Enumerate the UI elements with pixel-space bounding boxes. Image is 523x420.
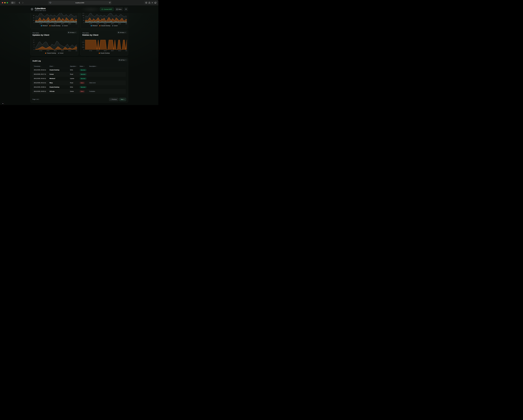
chart-card-top-left: 020406007:5207:5708:0208:0708:1208:17 Wi… xyxy=(30,13,78,29)
svg-text:08:17: 08:17 xyxy=(76,23,77,24)
docs-button[interactable]: Docs xyxy=(115,7,123,11)
chevron-down-icon xyxy=(125,60,126,60)
docs-label: Docs xyxy=(118,8,122,10)
svg-text:8: 8 xyxy=(34,44,34,45)
audit-table-body: 26/12/2025, 08:18:11Claude DesktopWriteS… xyxy=(32,68,126,94)
status-badge: Success xyxy=(80,73,87,75)
column-label: Description xyxy=(89,65,96,67)
back-button[interactable] xyxy=(18,1,21,4)
svg-text:07:52: 07:52 xyxy=(40,50,42,51)
chart-top-left: 020406007:5207:5708:0208:0708:1208:17 xyxy=(31,13,77,24)
column-header-timestamp[interactable]: Timestamp↓ xyxy=(34,65,49,67)
cell-timestamp: 26/12/2025, 08:08:11 xyxy=(34,86,49,88)
next-page-button[interactable]: Next › xyxy=(119,98,126,101)
browser-window: localhost:3000 xyxy=(0,0,158,105)
svg-text:08:12: 08:12 xyxy=(118,23,121,24)
column-label: Timestamp xyxy=(34,65,40,67)
toolbar-right-cluster xyxy=(144,1,158,5)
svg-text:07:52: 07:52 xyxy=(89,50,92,51)
column-header-description[interactable]: Description⇅ xyxy=(89,65,126,67)
nextjs-dev-badge[interactable]: N xyxy=(1,102,4,105)
svg-text:105: 105 xyxy=(82,15,84,16)
connect-mcp-button[interactable]: Connect MCP xyxy=(100,7,114,11)
svg-text:07:52: 07:52 xyxy=(89,23,92,24)
app-subtitle: Memory MCP Server xyxy=(35,10,46,11)
range-label: 24 Hours xyxy=(70,32,74,33)
cell-operation: Read xyxy=(70,73,80,75)
svg-text:0.5: 0.5 xyxy=(83,44,84,45)
svg-text:08:07: 08:07 xyxy=(111,50,114,51)
settings-button[interactable]: ⚙ xyxy=(124,7,128,11)
legend-claude-desktop: Claude Desktop xyxy=(45,52,56,54)
svg-text:12: 12 xyxy=(33,42,34,43)
panel-kicker: Time Series xyxy=(33,32,39,34)
chart-legend: WindsurfClaude DesktopCursor xyxy=(81,25,128,26)
audit-range-dropdown[interactable]: All Time xyxy=(118,59,127,61)
svg-text:0: 0 xyxy=(84,49,84,50)
svg-text:08:02: 08:02 xyxy=(54,50,57,51)
zoom-window-button[interactable] xyxy=(7,2,8,3)
svg-text:0.25: 0.25 xyxy=(82,47,84,48)
calendar-icon xyxy=(118,32,119,33)
tab-overview-icon[interactable] xyxy=(155,2,156,4)
downloads-icon[interactable] xyxy=(145,2,147,4)
svg-text:08:17: 08:17 xyxy=(125,23,127,24)
svg-text:08:07: 08:07 xyxy=(61,23,64,24)
chevron-right-icon: › xyxy=(124,99,125,100)
updates-range-dropdown[interactable]: 24 Hours xyxy=(67,31,77,34)
svg-text:70: 70 xyxy=(83,17,84,18)
legend-dot-icon xyxy=(99,25,100,26)
audit-table-header: Timestamp↓Client⇅Operation⇅Status⇅Descri… xyxy=(32,65,126,68)
forward-button[interactable] xyxy=(21,1,24,4)
book-icon xyxy=(116,8,118,10)
legend-claude-desktop: Claude Desktop xyxy=(49,25,60,26)
svg-text:40: 40 xyxy=(33,17,34,18)
svg-text:08:12: 08:12 xyxy=(68,50,71,51)
share-icon[interactable] xyxy=(148,2,150,4)
cell-client: Cursor xyxy=(49,73,70,75)
svg-text:0: 0 xyxy=(34,22,34,23)
previous-page-button[interactable]: ‹ Previous xyxy=(109,98,118,101)
cell-operation: Write xyxy=(70,86,80,88)
chevron-down-icon xyxy=(125,32,126,33)
legend-dot-icon xyxy=(45,53,46,54)
sort-icon: ⇅ xyxy=(53,66,54,67)
cell-client: Warp xyxy=(49,82,70,84)
cell-timestamp: 26/12/2025, 08:16:11 xyxy=(34,78,49,79)
svg-text:20: 20 xyxy=(33,20,34,21)
sidebar-toggle-button[interactable] xyxy=(10,1,16,4)
svg-text:08:02: 08:02 xyxy=(104,23,106,24)
svg-text:07:57: 07:57 xyxy=(97,50,99,51)
svg-text:08:17: 08:17 xyxy=(125,50,127,51)
cell-operation: Update xyxy=(70,78,80,79)
column-header-operation[interactable]: Operation⇅ xyxy=(70,65,80,67)
audit-log-card: Audit Log All Time Timestamp↓Client⇅Oper… xyxy=(30,57,128,103)
status-badge: Error xyxy=(80,90,85,92)
cell-status: Error xyxy=(80,90,89,92)
cell-description: Client error xyxy=(89,82,126,84)
cell-client: Claude Desktop xyxy=(49,69,70,71)
chart-updates: 048121607:5207:5708:0208:0708:1208:17 xyxy=(31,40,77,52)
cell-status: Success xyxy=(80,73,89,75)
svg-text:60: 60 xyxy=(33,15,34,16)
calendar-icon xyxy=(68,32,69,33)
close-window-button[interactable] xyxy=(2,2,3,3)
reload-icon[interactable] xyxy=(109,2,111,3)
column-header-client[interactable]: Client⇅ xyxy=(49,65,70,67)
legend-windsurf: Windsurf xyxy=(41,25,48,26)
audit-table-row: 26/12/2025, 08:16:11WindsurfUpdateSucces… xyxy=(32,76,126,81)
svg-text:0.75: 0.75 xyxy=(82,42,84,43)
new-tab-icon[interactable] xyxy=(151,2,153,4)
svg-text:4: 4 xyxy=(34,47,34,48)
svg-text:07:52: 07:52 xyxy=(40,23,42,24)
deletes-range-dropdown[interactable]: 24 Hours xyxy=(117,31,127,34)
column-header-status[interactable]: Status⇅ xyxy=(80,65,89,67)
svg-text:0: 0 xyxy=(84,22,84,23)
minimize-window-button[interactable] xyxy=(4,2,6,3)
gear-icon: ⚙ xyxy=(125,8,127,10)
previous-label: Previous xyxy=(112,99,117,100)
cell-operation: Write xyxy=(70,69,80,71)
address-bar[interactable]: localhost:3000 xyxy=(48,1,112,5)
chart-legend: Claude DesktopCursor xyxy=(31,52,78,54)
chevron-down-icon xyxy=(75,32,76,33)
